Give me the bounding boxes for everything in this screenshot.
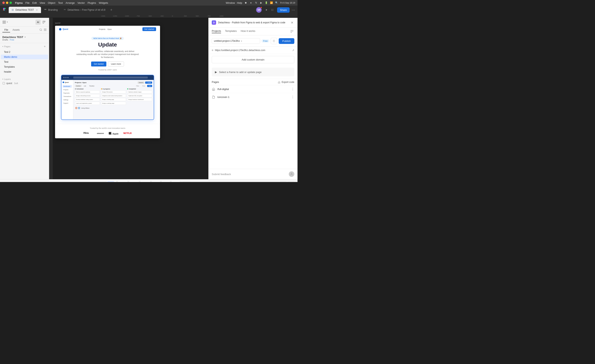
custom-domain-button[interactable]: Add custom domain <box>212 56 294 63</box>
menu-plugins[interactable]: Plugins <box>88 1 96 4</box>
search-mac-icon[interactable]: 🔍 <box>275 1 278 4</box>
dash-body: Quest Dashboard Projects Payments Transa… <box>61 80 154 119</box>
page-entry-uncover[interactable]: /uncover-1 ⋮ <box>209 93 298 101</box>
maximize-button[interactable] <box>9 2 12 4</box>
expand-button[interactable] <box>269 7 275 13</box>
dash-nav-projects: Projects <box>63 89 72 91</box>
ai-icon-button[interactable]: AI <box>35 20 41 25</box>
menu-bar: Figma File Edit View Object Text Arrange… <box>15 1 223 4</box>
menu-text[interactable]: Text <box>58 1 63 4</box>
tab-detachless-test[interactable]: Detachless TEST ✕ <box>9 7 41 13</box>
grid-view-button[interactable] <box>44 28 47 32</box>
hero-get-started-btn[interactable]: Get started <box>91 62 106 67</box>
page-item-templates[interactable]: Templates <box>1 64 48 69</box>
svg-rect-10 <box>3 22 4 23</box>
svg-rect-2 <box>12 10 13 11</box>
tab-figma-icon <box>12 9 14 11</box>
kanban-card-5: Design FAQ section <box>101 90 126 94</box>
pages-label: Pages <box>4 45 10 48</box>
hero-learn-more-btn[interactable]: Learn more <box>108 62 124 67</box>
site-get-started-button[interactable]: Get started <box>142 27 156 31</box>
project-chevron[interactable]: ▾ <box>25 36 26 38</box>
page-item-test2[interactable]: Test 2 <box>1 50 48 55</box>
dash-header <box>61 75 154 80</box>
figma-logo-icon <box>2 8 6 12</box>
svg-rect-12 <box>43 21 44 23</box>
traffic-lights <box>2 2 12 4</box>
page-menu-icon-2[interactable]: ⋮ <box>291 95 294 99</box>
page-entry-full-digital[interactable]: /full-digital ⋮ <box>209 85 298 93</box>
menu-file[interactable]: File <box>25 1 29 4</box>
svg-rect-9 <box>5 21 6 22</box>
menu-arrange[interactable]: Arrange <box>65 1 75 4</box>
panel-close-button[interactable]: ✕ <box>290 20 294 25</box>
tab-add-button[interactable]: + <box>108 7 114 13</box>
panel-nav-templates[interactable]: Templates <box>225 29 237 33</box>
panel-nav-how-it-works[interactable]: How it works <box>241 29 255 33</box>
pen-tool-button[interactable] <box>141 181 148 182</box>
star-tool-button[interactable] <box>172 181 179 182</box>
panel-layout-toggle[interactable] <box>41 20 47 25</box>
frame-tool-button[interactable] <box>119 181 126 182</box>
tab-close-icon[interactable]: ✕ <box>35 8 38 11</box>
share-button[interactable]: Share <box>277 7 290 13</box>
overflow-menu-icon[interactable]: ⋯ <box>291 8 295 12</box>
menu-help[interactable]: Help <box>237 1 242 4</box>
kanban-card-2: Design onboarding process <box>75 94 100 97</box>
layers-section-header: ▾ Layers <box>0 76 49 81</box>
component-tool[interactable]: ▾ <box>2 20 8 24</box>
sidebar-tabs: File Assets <box>0 27 49 34</box>
tab-detachless-ui[interactable]: Detachless – Free Figma UI kit v0.8 <box>61 7 108 13</box>
sidebar-tab-assets[interactable]: Assets <box>10 28 21 32</box>
menu-object[interactable]: Object <box>48 1 56 4</box>
panel-layout-icon[interactable] <box>290 29 294 34</box>
kanban-card-6: Integrate social media sharing buttons <box>101 94 126 97</box>
settings-button[interactable] <box>271 38 277 44</box>
add-page-button[interactable]: + <box>43 45 47 48</box>
minimize-button[interactable] <box>6 2 8 4</box>
menu-window[interactable]: Window <box>226 1 235 4</box>
menu-widgets[interactable]: Widgets <box>99 1 108 4</box>
pages-section-title[interactable]: ▾ Pages <box>2 45 10 48</box>
layout-view-icon <box>290 30 294 33</box>
page-item-header[interactable]: header <box>1 69 48 74</box>
publish-button[interactable]: Publish <box>279 38 294 44</box>
page-item-marko-demo[interactable]: Marko demo <box>1 55 48 59</box>
ellipse-tool-button[interactable] <box>162 181 169 182</box>
shape-tool-button[interactable] <box>130 181 137 182</box>
move-tool-button[interactable] <box>107 181 114 182</box>
external-link-icon[interactable]: ↗ <box>292 49 294 52</box>
gear-icon <box>272 39 276 42</box>
view-settings-button[interactable] <box>280 181 286 182</box>
frame-select-text: Select a frame to add or update page <box>219 71 262 74</box>
text-tool-button[interactable] <box>152 181 159 182</box>
search-button[interactable] <box>39 28 42 32</box>
tab-branding[interactable]: Branding <box>41 7 60 13</box>
sidebar-tab-file[interactable]: File <box>2 28 10 32</box>
kanban-dot-scheduled <box>75 89 76 89</box>
layer-item-quest[interactable]: quest Soft <box>0 81 49 85</box>
tab-list: Detachless TEST ✕ Branding Detachless – … <box>9 7 254 13</box>
code-view-button[interactable] <box>183 182 191 182</box>
page-menu-icon-1[interactable]: ⋮ <box>291 87 294 91</box>
layers-section-title[interactable]: ▾ Layers <box>2 78 11 80</box>
tool-group-select: ▾ <box>106 180 117 182</box>
present-button[interactable] <box>264 7 269 13</box>
site-url-text: https://untitled-project-170e3fcc.detach… <box>215 49 290 52</box>
panel-header: D Detachless - Publish from Figma to web… <box>209 18 298 27</box>
menu-vector[interactable]: Vector <box>78 1 85 4</box>
close-button[interactable] <box>2 2 5 4</box>
user-avatar[interactable]: SR <box>256 7 262 13</box>
project-selector[interactable]: untitled-project-170e3fcc ▾ <box>212 38 260 44</box>
kanban-card-1: Work on payment gateway <box>75 90 100 94</box>
canvas-area[interactable]: quest Quest Projects Opus Get started NE… <box>49 18 208 179</box>
dashboard-screenshot: Quest Dashboard Projects Payments Transa… <box>61 75 154 120</box>
panel-nav-projects[interactable]: Projects <box>212 29 221 33</box>
component-chevron: ▾ <box>7 21 8 23</box>
menu-edit[interactable]: Edit <box>32 1 37 4</box>
menu-figma[interactable]: Figma <box>15 1 23 4</box>
export-code-button[interactable]: Export code <box>278 81 294 83</box>
plugin-panel: D Detachless - Publish from Figma to web… <box>208 18 298 179</box>
page-item-test[interactable]: Test <box>1 60 48 64</box>
menu-view[interactable]: View <box>40 1 45 4</box>
